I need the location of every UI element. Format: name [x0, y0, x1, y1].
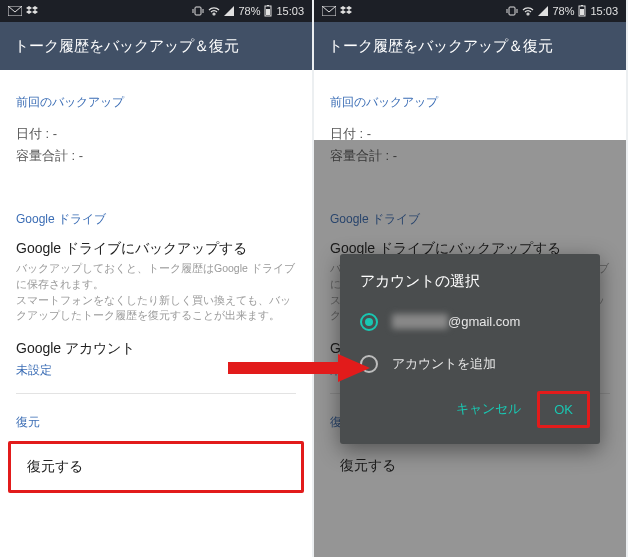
section-last-backup: 前回のバックアップ — [314, 70, 626, 117]
wifi-icon — [522, 6, 534, 16]
add-account-label: アカウントを追加 — [392, 355, 496, 373]
clock: 15:03 — [276, 5, 304, 17]
backup-date: 日付 : - — [16, 123, 296, 145]
google-account-label[interactable]: Google アカウント — [16, 340, 296, 358]
section-restore: 復元 — [0, 394, 312, 437]
dialog-title: アカウントの選択 — [340, 254, 600, 301]
signal-icon — [224, 6, 234, 16]
drive-backup-title[interactable]: Google ドライブにバックアップする — [16, 240, 296, 258]
drive-backup-desc: バックアップしておくと、トーク履歴はGoogle ドライブに保存されます。 スマ… — [16, 261, 296, 324]
dialog-option-account[interactable]: xxxxxxxx@gmail.com — [340, 301, 600, 343]
app-header: トーク履歴をバックアップ＆復元 — [0, 22, 312, 70]
battery-pct: 78% — [238, 5, 260, 17]
status-bar: 78% 15:03 — [314, 0, 626, 22]
svg-rect-1 — [195, 7, 201, 15]
restore-button[interactable]: 復元する — [8, 441, 304, 493]
content-right: 前回のバックアップ 日付 : - 容量合計 : - Google ドライブ Go… — [314, 70, 626, 557]
svg-rect-5 — [267, 5, 269, 6]
dropbox-icon — [26, 6, 38, 16]
dropbox-icon — [340, 6, 352, 16]
section-drive: Google ドライブ — [0, 169, 312, 234]
phone-right: 78% 15:03 トーク履歴をバックアップ＆復元 前回のバックアップ 日付 :… — [314, 0, 626, 557]
radio-unselected-icon — [360, 355, 378, 373]
dialog-option-add[interactable]: アカウントを追加 — [340, 343, 600, 385]
battery-pct: 78% — [552, 5, 574, 17]
svg-rect-13 — [580, 9, 584, 15]
vibrate-icon — [192, 6, 204, 16]
account-dialog: アカウントの選択 xxxxxxxx@gmail.com アカウントを追加 キャン… — [340, 254, 600, 444]
battery-icon — [264, 5, 272, 17]
page-title: トーク履歴をバックアップ＆復元 — [328, 37, 553, 56]
app-header: トーク履歴をバックアップ＆復元 — [314, 22, 626, 70]
svg-rect-8 — [509, 7, 515, 15]
ok-highlight: OK — [537, 391, 590, 428]
account-email: xxxxxxxx@gmail.com — [392, 314, 520, 329]
mail-icon — [322, 6, 336, 16]
section-last-backup: 前回のバックアップ — [0, 70, 312, 117]
dialog-overlay: アカウントの選択 xxxxxxxx@gmail.com アカウントを追加 キャン… — [314, 140, 626, 557]
content-left: 前回のバックアップ 日付 : - 容量合計 : - Google ドライブ Go… — [0, 70, 312, 557]
svg-rect-12 — [581, 5, 583, 6]
clock: 15:03 — [590, 5, 618, 17]
mail-icon — [8, 6, 22, 16]
page-title: トーク履歴をバックアップ＆復元 — [14, 37, 239, 56]
backup-size: 容量合計 : - — [16, 145, 296, 167]
radio-selected-icon — [360, 313, 378, 331]
ok-button[interactable]: OK — [542, 396, 585, 423]
battery-icon — [578, 5, 586, 17]
signal-icon — [538, 6, 548, 16]
status-bar: 78% 15:03 — [0, 0, 312, 22]
wifi-icon — [208, 6, 220, 16]
google-account-value[interactable]: 未設定 — [16, 362, 296, 379]
phone-left: 78% 15:03 トーク履歴をバックアップ＆復元 前回のバックアップ 日付 :… — [0, 0, 312, 557]
cancel-button[interactable]: キャンセル — [448, 394, 529, 424]
vibrate-icon — [506, 6, 518, 16]
svg-rect-6 — [266, 9, 270, 15]
